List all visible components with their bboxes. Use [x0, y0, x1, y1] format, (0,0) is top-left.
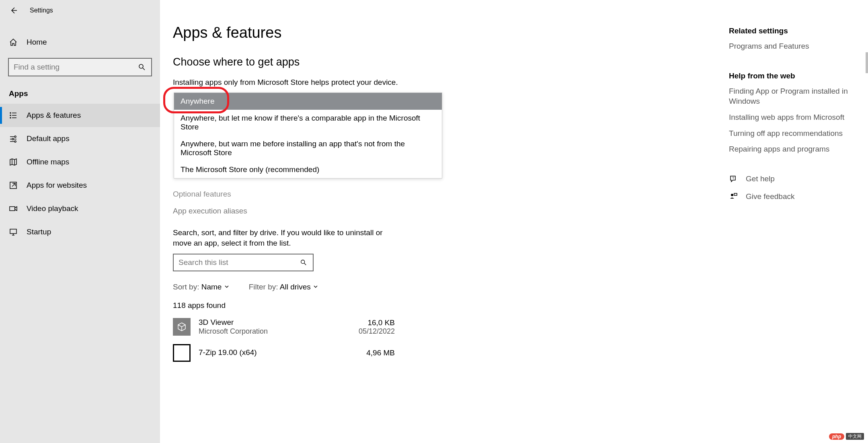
- dropdown-option-store-only[interactable]: The Microsoft Store only (recommended): [174, 161, 442, 178]
- sidebar-item-offline-maps[interactable]: Offline maps: [0, 150, 160, 174]
- dropdown-listbox: Anywhere Anywhere, but let me know if th…: [174, 92, 442, 178]
- search-input[interactable]: [14, 63, 137, 72]
- main-content: Apps & features Choose where to get apps…: [160, 0, 868, 443]
- filter-label: Filter by:: [249, 283, 280, 291]
- feedback-icon: [729, 192, 738, 201]
- app-info: 3D Viewer Microsoft Corporation: [199, 318, 351, 336]
- app-meta: 4,96 MB: [366, 349, 395, 357]
- sidebar-item-label: Video playback: [27, 204, 78, 213]
- search-icon: [299, 258, 308, 267]
- give-feedback[interactable]: Give feedback: [729, 192, 854, 201]
- help-link[interactable]: Finding App or Program installed in Wind…: [729, 86, 854, 107]
- filter-by[interactable]: Filter by: All drives: [249, 283, 318, 291]
- help-link[interactable]: Repairing apps and programs: [729, 144, 854, 154]
- svg-point-16: [12, 138, 14, 140]
- sidebar-item-apps-features[interactable]: Apps & features: [0, 104, 160, 127]
- open-icon: [9, 181, 18, 190]
- sort-by[interactable]: Sort by: Name: [173, 283, 230, 291]
- dropdown-option-anywhere[interactable]: Anywhere: [174, 93, 442, 110]
- app-publisher: Microsoft Corporation: [199, 327, 351, 336]
- back-button[interactable]: [9, 6, 18, 15]
- app-meta: 16,0 KB 05/12/2022: [359, 318, 395, 336]
- programs-features-link[interactable]: Programs and Features: [729, 41, 854, 51]
- app-name: 3D Viewer: [199, 318, 351, 327]
- watermark: php 中文网: [829, 433, 864, 440]
- app-name: 7-Zip 19.00 (x64): [199, 348, 358, 357]
- svg-rect-26: [10, 229, 16, 234]
- dropdown-option-warn[interactable]: Anywhere, but warn me before installing …: [174, 135, 442, 161]
- svg-point-11: [10, 117, 11, 118]
- svg-line-23: [12, 183, 15, 187]
- chevron-down-icon: [313, 283, 318, 291]
- sort-label: Sort by:: [173, 283, 201, 291]
- map-icon: [9, 158, 18, 166]
- watermark-text: 中文网: [846, 433, 864, 440]
- sidebar-item-apps-websites[interactable]: Apps for websites: [0, 174, 160, 197]
- home-label: Home: [27, 38, 47, 47]
- chevron-down-icon: [224, 283, 230, 291]
- sidebar-search[interactable]: [8, 58, 152, 76]
- svg-point-5: [139, 64, 143, 68]
- get-help-label: Get help: [746, 174, 775, 183]
- svg-point-29: [301, 260, 305, 264]
- startup-icon: [9, 228, 18, 236]
- settings-window: Settings Home Apps Apps & features: [0, 0, 868, 443]
- video-icon: [9, 204, 18, 213]
- app-icon: [173, 344, 191, 362]
- app-count: 118 apps found: [173, 301, 868, 310]
- app-date: 05/12/2022: [359, 327, 395, 336]
- feedback-label: Give feedback: [746, 192, 794, 201]
- sidebar-section-label: Apps: [0, 82, 160, 104]
- help-link[interactable]: Installing web apps from Microsoft: [729, 112, 854, 123]
- related-settings-section: Related settings Programs and Features: [729, 27, 854, 51]
- svg-line-30: [304, 263, 306, 265]
- filter-value: All drives: [280, 283, 311, 291]
- svg-line-6: [143, 68, 145, 70]
- sort-value: Name: [201, 283, 222, 291]
- app-size: 4,96 MB: [366, 349, 395, 357]
- watermark-badge: php: [829, 433, 844, 440]
- window-title: Settings: [30, 7, 53, 14]
- defaults-icon: [9, 134, 18, 143]
- related-heading: Related settings: [729, 27, 854, 35]
- scrollbar-thumb[interactable]: [866, 52, 868, 73]
- svg-point-14: [14, 136, 16, 137]
- svg-rect-24: [10, 207, 15, 211]
- sidebar-item-video-playback[interactable]: Video playback: [0, 197, 160, 220]
- list-icon: [9, 111, 18, 120]
- dropdown-option-comparable[interactable]: Anywhere, but let me know if there's a c…: [174, 110, 442, 135]
- sidebar-item-default-apps[interactable]: Default apps: [0, 127, 160, 150]
- get-help[interactable]: ? Get help: [729, 174, 854, 183]
- svg-point-19: [14, 141, 16, 142]
- sidebar-item-label: Startup: [27, 228, 51, 236]
- list-search-input[interactable]: [179, 258, 299, 267]
- svg-point-7: [10, 113, 11, 113]
- app-info: 7-Zip 19.00 (x64): [199, 348, 358, 357]
- svg-point-9: [10, 115, 11, 116]
- help-icon: ?: [729, 174, 738, 183]
- sidebar-item-label: Offline maps: [27, 158, 69, 166]
- app-row[interactable]: 3D Viewer Microsoft Corporation 16,0 KB …: [173, 318, 395, 336]
- sidebar-header: Settings: [0, 0, 160, 21]
- search-icon: [137, 63, 146, 72]
- sidebar-item-startup[interactable]: Startup: [0, 220, 160, 244]
- search-description: Search, sort, and filter by drive. If yo…: [173, 228, 398, 248]
- svg-text:?: ?: [732, 176, 734, 180]
- home-icon: [9, 38, 18, 47]
- sidebar-item-label: Default apps: [27, 134, 70, 143]
- sidebar: Settings Home Apps Apps & features: [0, 0, 160, 443]
- svg-point-34: [731, 194, 733, 196]
- home-nav[interactable]: Home: [0, 32, 160, 52]
- help-link[interactable]: Turning off app recommendations: [729, 128, 854, 139]
- right-panel: Related settings Programs and Features H…: [729, 27, 854, 210]
- app-row[interactable]: 7-Zip 19.00 (x64) 4,96 MB: [173, 344, 395, 362]
- app-size: 16,0 KB: [359, 318, 395, 327]
- help-heading: Help from the web: [729, 72, 854, 80]
- list-search-box[interactable]: [173, 254, 314, 271]
- svg-rect-32: [179, 350, 185, 356]
- help-section: Help from the web Finding App or Program…: [729, 72, 854, 154]
- app-icon: [173, 318, 191, 336]
- svg-rect-35: [734, 193, 737, 195]
- sidebar-item-label: Apps for websites: [27, 181, 87, 190]
- sidebar-item-label: Apps & features: [27, 111, 81, 120]
